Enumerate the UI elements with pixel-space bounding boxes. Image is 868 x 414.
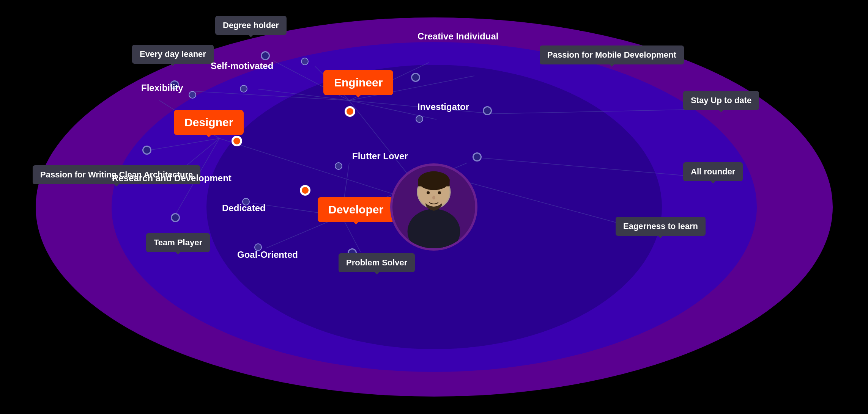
passion-writing-dot (142, 146, 151, 155)
dedicated-label: Dedicated (222, 203, 266, 213)
designer-dot (232, 136, 242, 146)
flexibility-dot (189, 91, 196, 99)
svg-point-32 (432, 196, 435, 199)
self-motivated-label: Self-motivated (211, 61, 273, 71)
degree-holder-dot (261, 51, 270, 60)
designer-label: Designer (174, 110, 244, 135)
passion-mobile-label: Passion for Mobile Development (540, 45, 684, 64)
flutter-lover-dot (335, 162, 342, 170)
eagerness-to-learn-label: Eagerness to learn (616, 217, 706, 236)
flexibility-label: Flexibility (141, 83, 183, 93)
every-day-leaner-label: Every day leaner (132, 45, 214, 64)
avatar (390, 163, 477, 251)
svg-line-22 (474, 157, 706, 177)
engineer-label: Engineer (323, 70, 393, 95)
problem-solver-label: Problem Solver (339, 253, 415, 272)
team-player-label: Team Player (146, 233, 210, 252)
engineer-dot (345, 106, 355, 117)
research-dev-label: Research and Development (112, 173, 232, 183)
creative-individual-dot (301, 58, 309, 65)
goal-oriented-label: Goal-Oriented (237, 249, 298, 260)
flutter-lover-label: Flutter Lover (352, 151, 408, 162)
all-rounder-label: All rounder (683, 162, 743, 181)
investigator-dot (416, 115, 423, 123)
creative-individual-label: Creative Individual (417, 31, 498, 42)
svg-point-30 (427, 191, 430, 194)
investigator-label: Investigator (417, 102, 469, 112)
passion-mobile-dot (411, 73, 420, 82)
developer-dot (300, 185, 310, 196)
developer-label: Developer (318, 197, 394, 222)
self-motivated-dot (240, 85, 247, 93)
svg-point-31 (438, 191, 441, 194)
svg-line-23 (467, 182, 641, 229)
all-rounder-dot (473, 152, 482, 162)
team-player-dot (171, 213, 180, 222)
degree-holder-label: Degree holder (215, 16, 287, 35)
svg-rect-28 (418, 179, 449, 187)
svg-line-21 (493, 109, 706, 114)
stay-up-to-date-dot (483, 106, 492, 115)
stay-up-to-date-label: Stay Up to date (683, 91, 759, 110)
